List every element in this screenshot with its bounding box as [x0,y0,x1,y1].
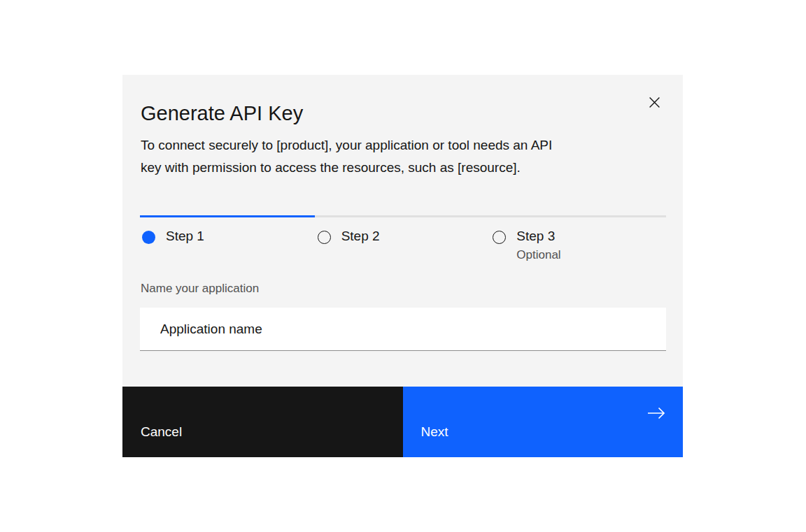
progress-track [140,215,666,217]
step-3-label: Step 3 [516,226,666,245]
step-2-circle-icon [318,231,331,244]
step-2-label: Step 2 [341,226,491,245]
arrow-right-icon [646,406,666,420]
cancel-button[interactable]: Cancel [122,387,403,457]
modal-footer: Cancel Next [122,387,683,457]
progress-fill [140,215,315,217]
step-1[interactable]: Step 1 [140,226,316,263]
page-title: Generate API Key [141,100,303,127]
step-3-circle-icon [493,231,506,244]
close-icon [649,96,660,108]
modal-description: To connect securely to [product], your a… [141,134,651,178]
progress-steps: Step 1 Step 2 Step 3 Optional [140,226,666,263]
application-name-input[interactable] [140,308,666,351]
step-2[interactable]: Step 2 [316,226,491,263]
generate-api-key-modal: Generate API Key To connect securely to … [122,75,683,457]
step-3[interactable]: Step 3 Optional [490,226,666,263]
close-button[interactable] [643,91,665,113]
next-button-label: Next [421,424,448,439]
next-button[interactable]: Next [403,387,684,457]
step-1-label: Step 1 [166,226,316,245]
application-name-label: Name your application [141,281,259,296]
step-3-optional-label: Optional [516,247,666,263]
step-1-current-dot-icon [142,231,155,244]
